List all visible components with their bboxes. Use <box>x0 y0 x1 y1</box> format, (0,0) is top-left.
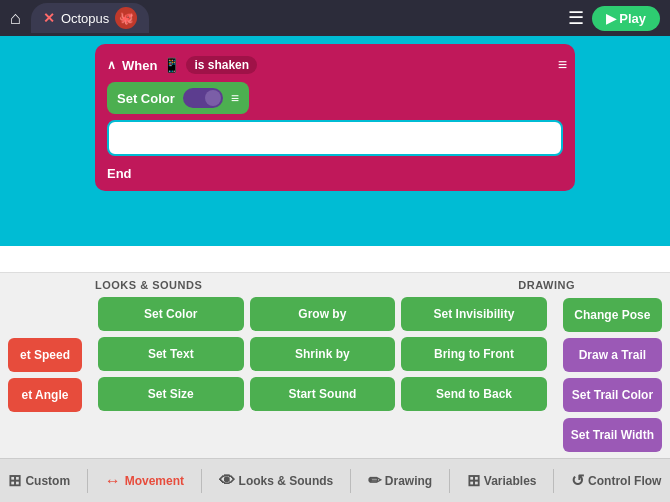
drop-zone <box>107 120 563 156</box>
start-sound-btn[interactable]: Start Sound <box>250 377 396 411</box>
bring-to-front-btn[interactable]: Bring to Front <box>401 337 547 371</box>
center-col: Set Color Grow by Set Invisibility Set T… <box>90 297 555 452</box>
set-color-row: Set Color ≡ <box>103 82 567 114</box>
script-menu-icon[interactable]: ≡ <box>558 56 567 74</box>
nav-looks[interactable]: 👁 Looks & Sounds <box>219 472 334 490</box>
grow-by-btn[interactable]: Grow by <box>250 297 396 331</box>
set-size-btn[interactable]: Set Size <box>98 377 244 411</box>
nav-divider-4 <box>449 469 450 493</box>
panel-labels: LOOKS & SOUNDS DRAWING <box>0 273 670 291</box>
set-angle-button[interactable]: et Angle <box>8 378 82 412</box>
nav-divider-5 <box>553 469 554 493</box>
color-toggle[interactable] <box>183 88 223 108</box>
set-color-btn[interactable]: Set Color <box>98 297 244 331</box>
nav-custom[interactable]: ⊞ Custom <box>8 471 70 490</box>
set-color-block[interactable]: Set Color ≡ <box>107 82 249 114</box>
variables-icon: ⊞ <box>467 471 480 490</box>
header-right: ☰ ▶ Play <box>568 6 660 31</box>
looks-sounds-label: LOOKS & SOUNDS <box>95 279 202 291</box>
nav-drawing-label: Drawing <box>385 474 432 488</box>
top-bar: ⌂ ✕ Octopus 🐙 ☰ ▶ Play <box>0 0 670 36</box>
nav-looks-label: Looks & Sounds <box>239 474 334 488</box>
set-speed-button[interactable]: et Speed <box>8 338 82 372</box>
canvas-area: ∧ When 📱 is shaken ≡ Set Color ≡ End <box>0 36 670 246</box>
end-label: End <box>103 162 567 183</box>
drawing-nav-icon: ✏ <box>368 471 381 490</box>
home-icon[interactable]: ⌂ <box>10 8 21 29</box>
nav-movement[interactable]: ↔ Movement <box>105 472 184 490</box>
looks-icon: 👁 <box>219 472 235 490</box>
custom-icon: ⊞ <box>8 471 21 490</box>
nav-divider-1 <box>87 469 88 493</box>
bottom-nav: ⊞ Custom ↔ Movement 👁 Looks & Sounds ✏ D… <box>0 458 670 502</box>
set-text-btn[interactable]: Set Text <box>98 337 244 371</box>
tab-area: ✕ Octopus 🐙 <box>31 3 568 33</box>
blocks-grid: et Speed et Angle Set Color Grow by Set … <box>0 291 670 458</box>
when-label: When <box>122 58 157 73</box>
drawing-label: DRAWING <box>518 279 575 291</box>
block-menu-icon[interactable]: ≡ <box>231 90 239 106</box>
set-color-label: Set Color <box>117 91 175 106</box>
nav-variables-label: Variables <box>484 474 537 488</box>
set-trail-width-btn[interactable]: Set Trail Width <box>563 418 662 452</box>
close-icon[interactable]: ✕ <box>43 10 55 26</box>
caret-icon: ∧ <box>107 58 116 72</box>
left-col: et Speed et Angle <box>0 297 90 452</box>
nav-divider-3 <box>350 469 351 493</box>
draw-trail-btn[interactable]: Draw a Trail <box>563 338 662 372</box>
movement-icon: ↔ <box>105 472 121 490</box>
nav-control-flow-label: Control Flow <box>588 474 661 488</box>
nav-movement-label: Movement <box>125 474 184 488</box>
play-button[interactable]: ▶ Play <box>592 6 660 31</box>
nav-drawing[interactable]: ✏ Drawing <box>368 471 432 490</box>
tab-label: Octopus <box>61 11 109 26</box>
menu-icon[interactable]: ☰ <box>568 7 584 29</box>
control-flow-icon: ↺ <box>571 471 584 490</box>
shrink-by-btn[interactable]: Shrink by <box>250 337 396 371</box>
set-invisibility-btn[interactable]: Set Invisibility <box>401 297 547 331</box>
avatar: 🐙 <box>115 7 137 29</box>
when-header: ∧ When 📱 is shaken ≡ <box>103 52 567 82</box>
nav-control-flow[interactable]: ↺ Control Flow <box>571 471 661 490</box>
shaken-badge: is shaken <box>186 56 257 74</box>
bottom-panel: LOOKS & SOUNDS DRAWING et Speed et Angle… <box>0 272 670 502</box>
device-icon: 📱 <box>163 57 180 73</box>
script-container: ∧ When 📱 is shaken ≡ Set Color ≡ End <box>95 44 575 191</box>
set-trail-color-btn[interactable]: Set Trail Color <box>563 378 662 412</box>
nav-variables[interactable]: ⊞ Variables <box>467 471 537 490</box>
change-pose-btn[interactable]: Change Pose <box>563 298 662 332</box>
right-col: Change Pose Draw a Trail Set Trail Color… <box>555 297 670 452</box>
nav-divider-2 <box>201 469 202 493</box>
send-to-back-btn[interactable]: Send to Back <box>401 377 547 411</box>
nav-custom-label: Custom <box>25 474 70 488</box>
toggle-knob <box>205 90 221 106</box>
octopus-tab[interactable]: ✕ Octopus 🐙 <box>31 3 149 33</box>
